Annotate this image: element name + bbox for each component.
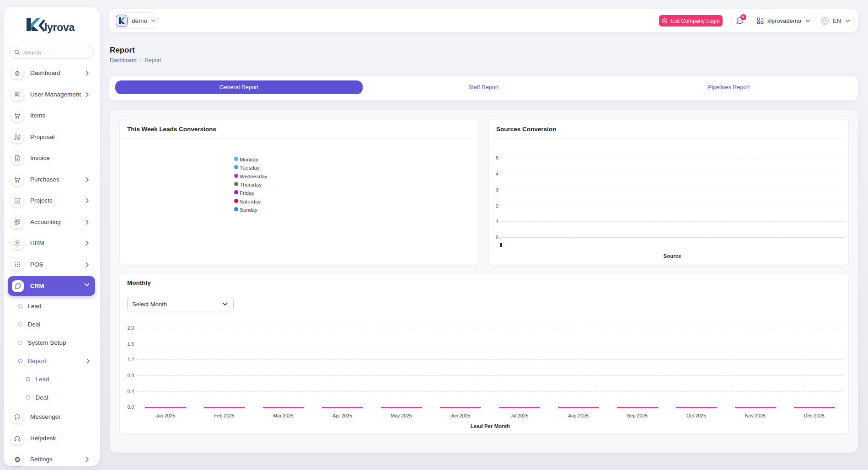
svg-text:lyrova: lyrova	[44, 21, 75, 33]
